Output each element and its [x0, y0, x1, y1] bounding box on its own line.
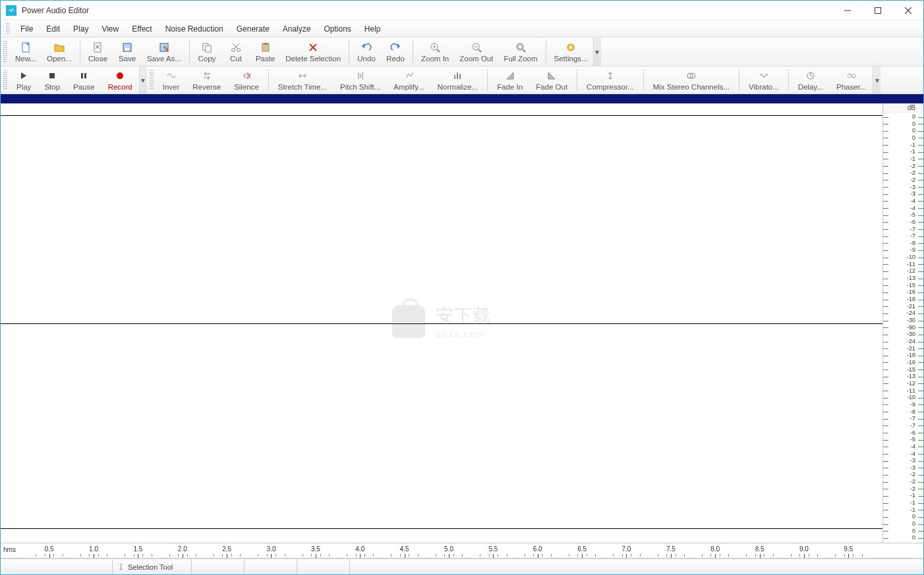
effects-gripper[interactable]	[150, 70, 154, 90]
play-button[interactable]: Play	[10, 67, 38, 94]
close-file-button[interactable]: Close	[83, 38, 113, 66]
zoom-in-button[interactable]: Zoom In	[416, 38, 454, 66]
phaser-label: Phaser...	[836, 83, 866, 91]
fade-out-label: Fade Out	[536, 83, 567, 91]
time-ruler[interactable]: hms 0.51.01.52.02.53.03.54.04.55.05.56.0…	[1, 543, 923, 559]
time-minor-tick	[640, 554, 641, 557]
waveform-canvas[interactable]: 安下载 anxz.com	[1, 103, 882, 543]
fade-in-button[interactable]: Fade In	[490, 67, 529, 94]
toolbar2-gripper[interactable]	[3, 70, 7, 90]
delete-selection-button[interactable]: Delete Selection	[280, 38, 346, 66]
close-file-label: Close	[88, 55, 107, 63]
toolbar-gripper[interactable]	[3, 41, 7, 62]
db-tick: 0	[883, 114, 923, 120]
new-button[interactable]: New...	[10, 38, 42, 66]
time-minor-tick	[409, 554, 409, 557]
stretch-button[interactable]: Stretch Time...	[272, 67, 333, 94]
db-tick: 0	[883, 135, 923, 141]
svg-rect-36	[84, 73, 86, 78]
time-tick: 6.0	[533, 545, 542, 553]
full-zoom-button[interactable]: Full Zoom	[498, 38, 542, 66]
cut-icon	[231, 41, 241, 53]
silence-button[interactable]: Silence	[227, 67, 266, 94]
svg-rect-31	[518, 45, 522, 49]
record-button[interactable]: Record	[101, 67, 139, 94]
time-tick: 7.5	[666, 545, 676, 553]
pause-button[interactable]: Pause	[67, 67, 101, 94]
menu-play[interactable]: Play	[67, 22, 95, 36]
stop-button[interactable]: Stop	[38, 67, 67, 94]
svg-rect-43	[457, 72, 458, 79]
db-tick: -12	[883, 381, 923, 387]
menu-noise-reduction[interactable]: Noise Reduction	[159, 22, 230, 36]
db-tick: -12	[883, 268, 923, 274]
window-title: Power Audio Editor	[22, 6, 832, 15]
svg-rect-19	[264, 43, 268, 45]
menu-effect[interactable]: Effect	[125, 22, 158, 36]
status-cell-5	[297, 559, 350, 574]
zoom-out-button[interactable]: Zoom Out	[454, 38, 498, 66]
settings-button[interactable]: Settings...	[549, 38, 593, 66]
time-minor-tick	[835, 554, 836, 557]
cut-button[interactable]: Cut	[221, 38, 250, 66]
time-minor-tick	[710, 554, 711, 557]
pause-icon	[80, 70, 88, 82]
time-minor-tick	[267, 554, 268, 557]
copy-button[interactable]: Copy	[192, 38, 221, 66]
undo-label: Undo	[357, 55, 376, 63]
paste-button[interactable]: Paste	[250, 38, 280, 66]
timeline-selection-band[interactable]	[1, 94, 923, 103]
menu-view[interactable]: View	[95, 22, 125, 36]
reverse-icon	[202, 70, 212, 82]
inver-button[interactable]: Inver	[156, 67, 187, 94]
save-as-button[interactable]: Save As...	[142, 38, 187, 66]
effects-overflow[interactable]: ▾	[873, 67, 881, 94]
compressor-button[interactable]: Compressor...	[580, 67, 641, 94]
reverse-button[interactable]: Reverse	[186, 67, 227, 94]
delay-button[interactable]: Delay...	[792, 67, 830, 94]
close-button[interactable]	[893, 1, 923, 20]
db-tick: -24	[883, 310, 923, 316]
menu-options[interactable]: Options	[317, 22, 357, 36]
db-tick: -5	[883, 212, 923, 218]
menu-analyze[interactable]: Analyze	[276, 22, 318, 36]
db-tick: 0	[883, 514, 923, 520]
zoom-out-label: Zoom Out	[459, 55, 493, 63]
normalize-button[interactable]: Normalize...	[431, 67, 484, 94]
open-button[interactable]: Open...	[42, 38, 77, 66]
time-unit: hms	[3, 546, 16, 553]
save-button[interactable]: Save	[113, 38, 142, 66]
track1-boundary	[1, 115, 882, 116]
toolbar-overflow[interactable]: ▾	[593, 38, 601, 66]
vibrato-button[interactable]: Vibrato...	[742, 67, 786, 94]
phaser-button[interactable]: Phaser...	[830, 67, 873, 94]
menu-edit[interactable]: Edit	[40, 22, 67, 36]
mix-stereo-button[interactable]: Mix Stereo Channels...	[647, 67, 736, 94]
menu-help[interactable]: Help	[358, 22, 388, 36]
time-minor-tick	[36, 554, 36, 557]
cut-label: Cut	[230, 55, 242, 63]
fade-out-button[interactable]: Fade Out	[529, 67, 574, 94]
time-minor-tick	[63, 554, 63, 557]
pitch-shift-button[interactable]: Pitch Shift...	[333, 67, 387, 94]
maximize-button[interactable]	[863, 1, 893, 20]
time-minor-tick	[755, 554, 756, 557]
time-minor-tick	[107, 554, 107, 557]
amplify-button[interactable]: Amplify...	[387, 67, 430, 94]
paste-icon	[260, 41, 271, 53]
vibrato-icon	[759, 70, 768, 82]
stretch-icon	[298, 70, 307, 82]
redo-icon	[390, 41, 401, 53]
playback-overflow[interactable]: ▾	[139, 67, 147, 94]
time-minor-tick	[347, 554, 347, 557]
time-tick: 4.0	[355, 545, 364, 553]
pitch-label: Pitch Shift...	[340, 83, 380, 91]
time-minor-tick	[356, 554, 357, 557]
menu-generate[interactable]: Generate	[230, 22, 276, 36]
menubar-gripper[interactable]	[6, 23, 10, 35]
menu-file[interactable]: File	[14, 22, 40, 36]
undo-button[interactable]: Undo	[352, 38, 381, 66]
minimize-button[interactable]	[832, 1, 863, 20]
redo-button[interactable]: Redo	[381, 38, 410, 66]
db-tick: -3	[883, 458, 923, 464]
